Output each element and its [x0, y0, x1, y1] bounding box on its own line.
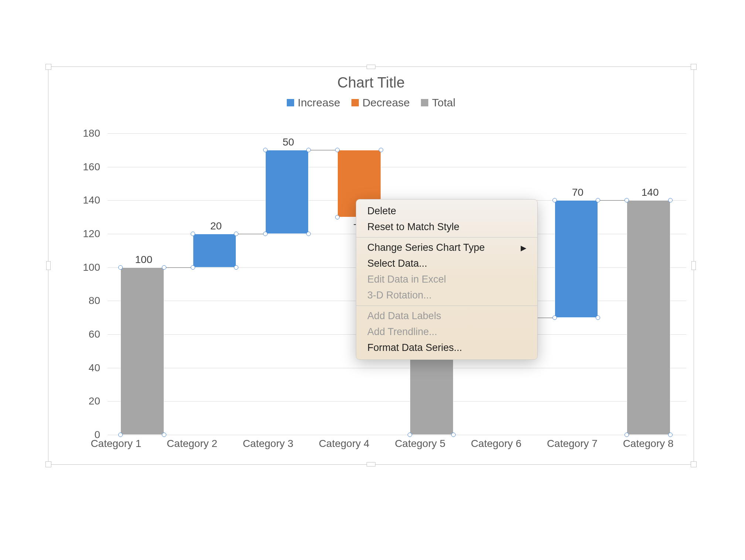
selection-dot[interactable]	[191, 232, 195, 236]
y-tick-label: 80	[89, 295, 100, 307]
x-tick-label: Category 3	[230, 438, 306, 450]
gridline	[108, 435, 686, 435]
selection-dot[interactable]	[668, 433, 673, 437]
menu-item-label: Edit Data in Excel	[367, 274, 446, 285]
legend-swatch-increase	[287, 99, 294, 106]
x-axis-labels: Category 1Category 2Category 3Category 4…	[78, 438, 686, 450]
selection-dot[interactable]	[263, 232, 268, 236]
y-tick-label: 60	[89, 328, 100, 340]
chart-title[interactable]: Chart Title	[48, 74, 694, 91]
y-tick-label: 160	[83, 161, 100, 173]
bar-slot: 140	[614, 133, 686, 435]
menu-item: Edit Data in Excel	[356, 272, 537, 287]
menu-item[interactable]: Reset to Match Style	[356, 219, 537, 235]
data-label[interactable]: 140	[614, 187, 686, 199]
bar-increase[interactable]	[265, 150, 309, 234]
selection-dot[interactable]	[335, 148, 340, 152]
data-label[interactable]: 70	[542, 187, 614, 199]
y-tick-label: 120	[83, 228, 100, 240]
x-tick-label: Category 1	[78, 438, 154, 450]
data-label[interactable]: 20	[180, 220, 252, 232]
selection-dot[interactable]	[118, 433, 123, 437]
menu-item-label: Delete	[367, 205, 396, 217]
y-tick-label: 20	[89, 395, 100, 407]
legend-item-increase[interactable]: Increase	[287, 96, 340, 109]
x-tick-label: Category 6	[458, 438, 534, 450]
selection-dot[interactable]	[162, 433, 166, 437]
selection-dot[interactable]	[625, 433, 629, 437]
menu-separator	[356, 237, 537, 238]
data-label[interactable]: 50	[252, 137, 325, 148]
bar-slot: 50	[252, 133, 325, 435]
bar-slot: 100	[108, 133, 180, 435]
menu-item-label: Add Data Labels	[367, 310, 441, 322]
x-tick-label: Category 5	[382, 438, 458, 450]
y-tick-label: 40	[89, 362, 100, 374]
menu-item[interactable]: Delete	[356, 203, 537, 219]
y-tick-label: 140	[83, 194, 100, 206]
selection-dot[interactable]	[234, 265, 238, 270]
y-tick-label: 180	[83, 127, 100, 139]
selection-dot[interactable]	[625, 198, 629, 202]
selection-dot[interactable]	[451, 433, 456, 437]
selection-handle-left[interactable]	[46, 261, 51, 270]
selection-handle-top[interactable]	[367, 65, 375, 69]
bar-increase[interactable]	[193, 234, 236, 267]
selection-dot[interactable]	[552, 315, 557, 320]
submenu-arrow-icon: ▶	[521, 243, 526, 252]
menu-item: 3-D Rotation...	[356, 287, 537, 303]
menu-item: Add Data Labels	[356, 308, 537, 324]
menu-separator	[356, 305, 537, 306]
selection-dot[interactable]	[306, 148, 311, 152]
selection-dot[interactable]	[668, 198, 673, 202]
x-tick-label: Category 8	[610, 438, 686, 450]
legend-label: Decrease	[363, 96, 410, 109]
selection-handle-bottom-left[interactable]	[45, 461, 51, 467]
menu-item: Add Trendline...	[356, 324, 537, 340]
selection-dot[interactable]	[118, 265, 123, 270]
selection-handle-right[interactable]	[691, 261, 696, 270]
selection-handle-top-left[interactable]	[45, 64, 51, 70]
selection-dot[interactable]	[596, 315, 600, 320]
legend-item-total[interactable]: Total	[421, 96, 455, 109]
bar-slot: 20	[180, 133, 252, 435]
selection-handle-bottom[interactable]	[367, 462, 375, 467]
y-axis-labels: 020406080100120140160180	[78, 133, 104, 435]
legend-swatch-decrease	[351, 99, 359, 106]
bar-increase[interactable]	[555, 200, 598, 317]
selection-dot[interactable]	[234, 232, 238, 236]
legend-swatch-total	[421, 99, 428, 106]
selection-dot[interactable]	[408, 433, 412, 437]
menu-item-label: Change Series Chart Type	[367, 242, 485, 253]
selection-dot[interactable]	[263, 148, 268, 152]
selection-dot[interactable]	[552, 198, 557, 202]
data-label[interactable]: 100	[108, 254, 180, 266]
context-menu[interactable]: DeleteReset to Match StyleChange Series …	[356, 199, 538, 360]
selection-dot[interactable]	[191, 265, 195, 270]
selection-dot[interactable]	[162, 265, 166, 270]
selection-handle-bottom-right[interactable]	[691, 461, 697, 467]
bar-slot: 70	[542, 133, 614, 435]
menu-item-label: Format Data Series...	[367, 342, 462, 354]
selection-dot[interactable]	[596, 198, 600, 202]
menu-item-label: Add Trendline...	[367, 326, 437, 338]
x-tick-label: Category 4	[306, 438, 382, 450]
y-tick-label: 100	[83, 262, 100, 273]
x-tick-label: Category 7	[534, 438, 610, 450]
selection-handle-top-right[interactable]	[691, 64, 697, 70]
menu-item[interactable]: Select Data...	[356, 256, 537, 272]
bar-total[interactable]	[120, 267, 164, 435]
x-tick-label: Category 2	[154, 438, 230, 450]
menu-item[interactable]: Format Data Series...	[356, 340, 537, 356]
menu-item-label: 3-D Rotation...	[367, 290, 432, 301]
menu-item-label: Select Data...	[367, 258, 427, 269]
legend-label: Total	[432, 96, 455, 109]
legend-label: Increase	[298, 96, 340, 109]
legend-item-decrease[interactable]: Decrease	[351, 96, 410, 109]
menu-item[interactable]: Change Series Chart Type▶	[356, 240, 537, 256]
selection-dot[interactable]	[306, 232, 311, 236]
menu-item-label: Reset to Match Style	[367, 221, 459, 233]
selection-dot[interactable]	[379, 148, 383, 152]
chart-legend[interactable]: Increase Decrease Total	[48, 96, 694, 109]
bar-total[interactable]	[627, 200, 670, 435]
